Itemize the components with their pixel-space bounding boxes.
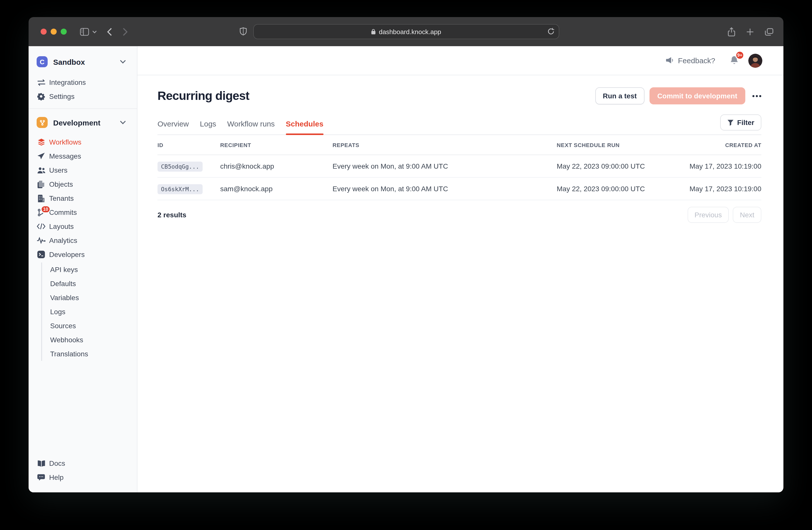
browser-window: dashboard.knock.app	[29, 17, 783, 492]
column-header-repeats: REPEATS	[333, 142, 557, 148]
recipient-cell: sam@knock.app	[220, 185, 333, 193]
new-tab-icon[interactable]	[746, 28, 754, 36]
column-header-recipient: RECIPIENT	[220, 142, 333, 148]
address-bar[interactable]: dashboard.knock.app	[253, 24, 559, 39]
filter-button[interactable]: Filter	[720, 114, 762, 130]
top-header-band: Feedback? 9+	[137, 46, 783, 75]
sidebar-item-label: Commits	[49, 208, 77, 216]
ellipsis-icon	[752, 95, 762, 97]
schedule-id-chip: Os6skXrM...	[158, 184, 203, 194]
chevron-down-icon	[120, 60, 126, 64]
tab-workflow-runs[interactable]: Workflow runs	[227, 120, 275, 135]
workspace-switcher[interactable]: C Sandbox	[29, 54, 137, 69]
environment-name: Development	[53, 118, 120, 127]
feedback-button[interactable]: Feedback?	[666, 56, 715, 65]
environment-logo	[37, 117, 48, 128]
maximize-window-button[interactable]	[61, 29, 67, 34]
sidebar-item-help[interactable]: Help	[29, 470, 137, 484]
sidebar-item-label: Layouts	[49, 222, 74, 231]
sidebar-item-integrations[interactable]: Integrations	[29, 75, 137, 89]
sidebar-item-label: Tenants	[49, 194, 74, 202]
notification-count-badge: 9+	[735, 51, 744, 60]
column-header-created-at: CREATED AT	[725, 142, 762, 148]
sidebar-item-docs[interactable]: Docs	[29, 456, 137, 470]
close-window-button[interactable]	[41, 29, 47, 34]
sidebar-item-label: Workflows	[49, 138, 82, 146]
lock-icon	[372, 29, 376, 34]
sub-item-label: Translations	[50, 350, 88, 358]
sidebar-item-label: Settings	[49, 92, 74, 100]
commits-count-badge: 10	[41, 205, 50, 213]
sidebar-item-defaults[interactable]: Defaults	[42, 277, 137, 291]
recipient-cell: chris@knock.app	[220, 162, 333, 170]
table-row[interactable]: Os6skXrM... sam@knock.app Every week on …	[158, 178, 762, 200]
forward-button[interactable]	[122, 27, 128, 36]
paper-plane-icon	[37, 152, 46, 161]
results-count: 2 results	[158, 211, 186, 219]
next-page-button[interactable]: Next	[733, 207, 762, 223]
tab-schedules[interactable]: Schedules	[286, 120, 323, 135]
branch-icon	[39, 119, 45, 126]
feedback-label: Feedback?	[678, 56, 715, 65]
filter-label: Filter	[737, 118, 754, 126]
documents-icon	[37, 180, 46, 189]
integrations-icon	[37, 78, 46, 87]
reload-icon[interactable]	[548, 28, 554, 35]
share-icon[interactable]	[728, 27, 735, 37]
sidebar-item-commits[interactable]: Commits 10	[29, 205, 137, 219]
created-at-cell: May 17, 2023 10:19:00	[690, 185, 762, 193]
repeats-cell: Every week on Mon, at 9:00 AM UTC	[333, 185, 557, 193]
tab-overview-icon[interactable]	[765, 28, 773, 36]
back-button[interactable]	[107, 27, 112, 36]
previous-page-button[interactable]: Previous	[687, 207, 729, 223]
code-icon	[37, 222, 46, 231]
column-header-next-schedule-run: NEXT SCHEDULE RUN	[557, 142, 682, 148]
traffic-lights	[41, 29, 67, 34]
sidebar-item-translations[interactable]: Translations	[42, 347, 137, 361]
tab-overview[interactable]: Overview	[158, 120, 189, 135]
gear-icon	[37, 92, 46, 101]
sidebar-item-sources[interactable]: Sources	[42, 319, 137, 333]
sidebar-toggle-icon[interactable]	[80, 27, 89, 36]
sidebar-item-label: Analytics	[49, 236, 77, 245]
pulse-icon	[37, 236, 46, 245]
sidebar-item-label: Developers	[49, 250, 85, 259]
sidebar-item-settings[interactable]: Settings	[29, 89, 137, 103]
browser-titlebar: dashboard.knock.app	[29, 17, 783, 46]
schedules-table: ID RECIPIENT REPEATS NEXT SCHEDULE RUN C…	[158, 135, 762, 223]
sidebar-divider	[29, 108, 137, 109]
table-row[interactable]: CB5odqGg... chris@knock.app Every week o…	[158, 155, 762, 178]
next-run-cell: May 22, 2023 09:00:00 UTC	[557, 185, 682, 193]
tab-logs[interactable]: Logs	[200, 120, 216, 135]
sidebar-item-api-keys[interactable]: API keys	[42, 263, 137, 277]
chevron-down-icon	[120, 121, 126, 124]
sidebar-item-analytics[interactable]: Analytics	[29, 233, 137, 248]
sub-item-label: Defaults	[50, 280, 76, 288]
notifications-button[interactable]: 9+	[729, 55, 739, 66]
commit-to-development-button[interactable]: Commit to development	[649, 87, 745, 104]
developers-subnav: API keys Defaults Variables Logs Sources…	[41, 263, 137, 361]
sidebar-item-variables[interactable]: Variables	[42, 291, 137, 305]
sidebar-item-logs[interactable]: Logs	[42, 305, 137, 319]
sidebar-item-objects[interactable]: Objects	[29, 177, 137, 191]
sidebar-item-layouts[interactable]: Layouts	[29, 219, 137, 233]
terminal-icon	[37, 250, 46, 259]
run-a-test-button[interactable]: Run a test	[595, 87, 644, 104]
sidebar-chevron-down-icon[interactable]	[92, 30, 97, 33]
minimize-window-button[interactable]	[50, 29, 57, 34]
sidebar-item-workflows[interactable]: Workflows	[29, 135, 137, 149]
sidebar-item-messages[interactable]: Messages	[29, 149, 137, 163]
avatar[interactable]	[748, 54, 762, 68]
sidebar-item-developers[interactable]: Developers	[29, 248, 137, 262]
megaphone-icon	[666, 57, 674, 64]
sidebar-item-webhooks[interactable]: Webhooks	[42, 333, 137, 347]
address-bar-url: dashboard.knock.app	[379, 28, 441, 36]
sidebar-item-label: Messages	[49, 152, 81, 160]
sidebar-item-label: Docs	[49, 459, 65, 467]
sidebar-item-tenants[interactable]: Tenants 10	[29, 191, 137, 205]
environment-switcher[interactable]: Development	[29, 115, 137, 130]
more-options-button[interactable]	[752, 95, 762, 97]
privacy-shield-icon[interactable]	[240, 27, 247, 36]
workspace-name: Sandbox	[53, 57, 120, 66]
sidebar-item-users[interactable]: Users	[29, 163, 137, 177]
